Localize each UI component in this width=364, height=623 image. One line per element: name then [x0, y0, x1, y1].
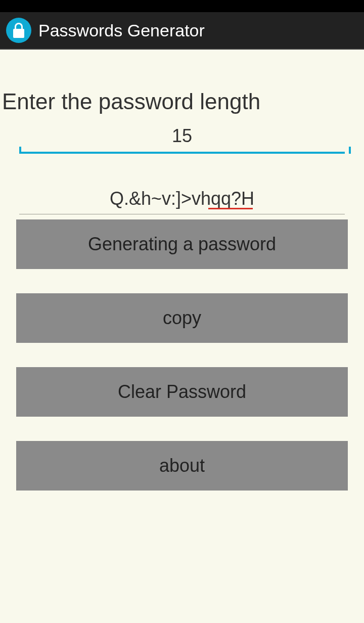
clear-button[interactable]: Clear Password: [16, 367, 348, 417]
spellcheck-underline: [208, 208, 253, 209]
app-title: Passwords Generator: [38, 21, 205, 40]
status-bar: [0, 0, 364, 12]
length-label: Enter the password length: [2, 89, 348, 114]
lock-icon: [6, 18, 31, 43]
generate-button[interactable]: Generating a password: [16, 219, 348, 269]
password-output[interactable]: [19, 185, 345, 214]
about-button[interactable]: about: [16, 441, 348, 491]
copy-button[interactable]: copy: [16, 293, 348, 343]
app-header: Passwords Generator: [0, 12, 364, 50]
length-input[interactable]: [19, 123, 345, 154]
